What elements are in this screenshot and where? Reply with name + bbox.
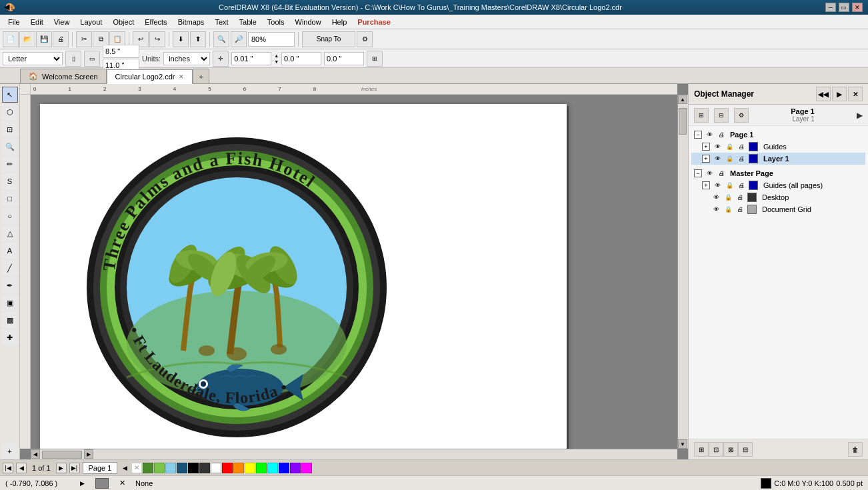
panel-close-button[interactable]: ✕ (848, 87, 863, 101)
layer1-print[interactable]: 🖨 (737, 154, 746, 163)
hscroll-thumb[interactable] (42, 451, 82, 459)
color-cell-15[interactable] (301, 463, 312, 473)
back-arrow[interactable]: ◀ (4, 3, 9, 11)
guides-lock[interactable]: 🔒 (725, 142, 734, 151)
page1-expand[interactable]: − (694, 131, 702, 139)
tab-close-button[interactable]: ✕ (179, 73, 184, 80)
horizontal-scrollbar[interactable]: ◀ ▶ (31, 449, 677, 459)
import-button[interactable]: ⬇ (173, 31, 189, 47)
delete-object-button[interactable]: 🗑 (848, 442, 863, 457)
menu-layout[interactable]: Layout (75, 15, 107, 29)
crop-tool[interactable]: ⊡ (2, 121, 18, 137)
nudge-stepper[interactable]: ▲ ▼ (274, 53, 279, 65)
scroll-right-button[interactable]: ▶ (84, 449, 93, 459)
grid-eye[interactable]: 👁 (711, 205, 721, 214)
rect-tool[interactable]: □ (2, 191, 18, 207)
grid-lock[interactable]: 🔒 (723, 205, 733, 214)
menu-tools[interactable]: Tools (262, 15, 290, 29)
page1-print[interactable]: 🖨 (717, 130, 726, 139)
redo-button[interactable]: ↪ (149, 31, 165, 47)
prev-page-button[interactable]: ◀ (16, 463, 27, 473)
color-cell-12[interactable] (267, 463, 278, 473)
panel-expand-button[interactable]: ◀◀ (816, 87, 831, 101)
menu-bitmaps[interactable]: Bitmaps (173, 15, 210, 29)
desktop-print[interactable]: 🖨 (735, 193, 745, 202)
shape-tool[interactable]: ⬡ (2, 104, 18, 120)
checker-tool[interactable]: ▩ (2, 312, 18, 328)
vertical-scrollbar[interactable]: ▲ ▼ (677, 95, 688, 449)
scroll-down-button[interactable]: ▼ (678, 439, 687, 449)
nudge-input[interactable] (231, 52, 271, 65)
new-object-button[interactable]: ⊞ (694, 442, 709, 457)
last-page-button[interactable]: ▶| (69, 463, 80, 473)
settings-button[interactable]: ⚙ (357, 31, 373, 47)
cut-button[interactable]: ✂ (76, 31, 92, 47)
page-tab-1[interactable]: Page 1 (83, 462, 118, 474)
ungroup-button[interactable]: ⊠ (723, 442, 738, 457)
layer1-lock[interactable]: 🔒 (725, 154, 734, 163)
guides-print[interactable]: 🖨 (737, 142, 746, 151)
first-page-button[interactable]: |◀ (3, 463, 13, 473)
layer1-expand[interactable]: + (702, 155, 710, 163)
panel-expand2[interactable]: ⊟ (738, 442, 753, 457)
color-cell-3[interactable] (165, 463, 176, 473)
tree-desktop[interactable]: 👁 🔒 🖨 Desktop (691, 191, 865, 203)
print-button[interactable]: 🖨 (53, 31, 69, 47)
menu-text[interactable]: Text (209, 15, 233, 29)
menu-table[interactable]: Table (234, 15, 262, 29)
x-coord-input[interactable] (281, 52, 321, 65)
tree-layer1[interactable]: + 👁 🔒 🖨 Layer 1 (691, 153, 865, 165)
new-button[interactable]: 📄 (3, 31, 19, 47)
text-tool[interactable]: A (2, 243, 18, 259)
add-page-button[interactable]: + (2, 443, 18, 459)
export-button[interactable]: ⬆ (190, 31, 206, 47)
line-tool[interactable]: ╱ (2, 260, 18, 276)
portrait-button[interactable]: ▯ (65, 51, 81, 67)
menu-effects[interactable]: Effects (139, 15, 172, 29)
tab-welcome-screen[interactable]: 🏠 Welcome Screen (20, 69, 107, 83)
restore-button[interactable]: ▭ (839, 3, 849, 12)
pen-tool[interactable]: ✒ (2, 277, 18, 293)
color-cell-2[interactable] (154, 463, 165, 473)
zoom-out-button[interactable]: 🔎 (231, 31, 247, 47)
tree-doc-grid[interactable]: 👁 🔒 🖨 Document Grid (691, 203, 865, 215)
menu-file[interactable]: File (3, 15, 25, 29)
transform-button[interactable]: ⊞ (367, 51, 383, 67)
panel-arrow-right[interactable]: ▶ (832, 87, 847, 101)
guides-all-eye[interactable]: 👁 (713, 181, 722, 190)
color-cell-11[interactable] (256, 463, 267, 473)
desktop-eye[interactable]: 👁 (711, 193, 721, 202)
canvas-area[interactable]: 012345678inches (20, 84, 688, 459)
color-cell-13[interactable] (279, 463, 289, 473)
layer1-eye[interactable]: 👁 (713, 154, 722, 163)
y-coord-input[interactable] (324, 52, 364, 65)
tab-circular-logo[interactable]: Circular Logo2.cdr ✕ (107, 69, 193, 84)
landscape-button[interactable]: ▭ (84, 51, 100, 67)
group-button[interactable]: ⊡ (709, 442, 723, 457)
snap-to-button[interactable]: Snap To (302, 31, 355, 47)
bezier-tool[interactable]: S (2, 173, 18, 189)
color-cell-10[interactable] (245, 463, 255, 473)
zoom-tool[interactable]: 🔍 (2, 139, 18, 155)
tree-page1[interactable]: − 👁 🖨 Page 1 (691, 129, 865, 141)
palette-left-button[interactable]: ◀ (123, 465, 127, 471)
delete-layer-button[interactable]: ⊟ (714, 108, 729, 123)
page1-eye[interactable]: 👁 (705, 130, 714, 139)
polygon-tool[interactable]: △ (2, 225, 18, 241)
eyedropper-tool[interactable]: ✚ (2, 329, 18, 345)
new-layer-button[interactable]: ⊞ (694, 108, 709, 123)
open-button[interactable]: 📂 (19, 31, 35, 47)
ellipse-tool[interactable]: ○ (2, 208, 18, 224)
scroll-left-button[interactable]: ◀ (31, 449, 40, 459)
menu-edit[interactable]: Edit (25, 15, 49, 29)
menu-purchase[interactable]: Purchase (352, 15, 396, 29)
color-cell-8[interactable] (222, 463, 233, 473)
fill-tool[interactable]: ▣ (2, 295, 18, 311)
menu-help[interactable]: Help (327, 15, 353, 29)
color-x-button[interactable]: ✕ (131, 463, 142, 473)
master-print[interactable]: 🖨 (717, 169, 726, 178)
tree-guides[interactable]: + 👁 🔒 🖨 Guides (691, 141, 865, 153)
freehand-tool[interactable]: ✏ (2, 156, 18, 172)
color-cell-1[interactable] (143, 463, 153, 473)
menu-object[interactable]: Object (107, 15, 139, 29)
